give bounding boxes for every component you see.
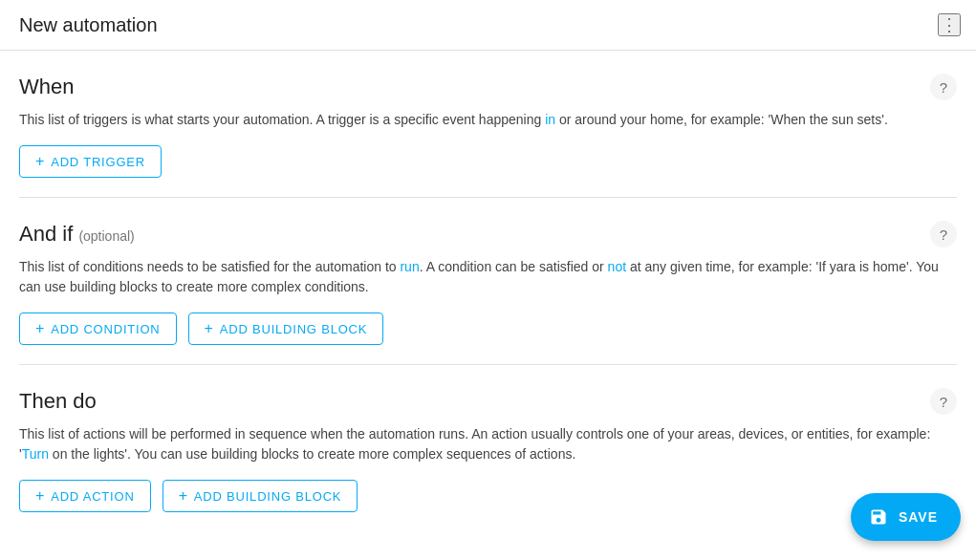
page-title: New automation: [19, 14, 158, 36]
and-if-section-desc: This list of conditions needs to be sati…: [19, 257, 957, 297]
add-trigger-label: ADD TRIGGER: [51, 155, 145, 169]
and-if-help-button[interactable]: ?: [930, 221, 957, 248]
and-if-optional-label: (optional): [78, 228, 134, 244]
add-building-block-condition-label: ADD BUILDING BLOCK: [220, 322, 368, 336]
save-icon: [868, 506, 889, 528]
when-button-row: + ADD TRIGGER: [19, 145, 957, 178]
then-do-section-header: Then do ?: [19, 388, 957, 415]
then-do-section-title: Then do: [19, 389, 97, 414]
add-action-plus-icon: +: [35, 488, 45, 504]
then-do-link-turn: Turn: [22, 446, 49, 462]
add-building-block-action-label: ADD BUILDING BLOCK: [194, 489, 342, 504]
add-building-block-action-button[interactable]: + ADD BUILDING BLOCK: [163, 480, 358, 512]
more-options-button[interactable]: ⋮: [938, 13, 961, 36]
and-if-section-header: And if (optional) ?: [19, 221, 957, 248]
add-building-block-action-plus-icon: +: [179, 488, 188, 504]
and-if-link-run: run: [400, 259, 419, 274]
add-trigger-plus-icon: +: [35, 154, 45, 169]
add-building-block-condition-button[interactable]: + ADD BUILDING BLOCK: [188, 312, 384, 345]
add-condition-label: ADD CONDITION: [51, 322, 160, 336]
save-label: SAVE: [899, 509, 938, 525]
save-button[interactable]: SAVE: [851, 493, 961, 541]
when-section-title: When: [19, 75, 74, 99]
add-condition-plus-icon: +: [35, 321, 45, 336]
and-if-section: And if (optional) ? This list of conditi…: [19, 198, 957, 365]
app-header: New automation ⋮: [0, 0, 976, 51]
then-do-help-button[interactable]: ?: [930, 388, 957, 415]
when-section-header: When ?: [19, 74, 957, 100]
add-action-label: ADD ACTION: [51, 489, 134, 504]
when-section: When ? This list of triggers is what sta…: [19, 51, 957, 198]
main-content: When ? This list of triggers is what sta…: [0, 51, 976, 557]
then-do-section: Then do ? This list of actions will be p…: [19, 365, 957, 531]
then-do-section-desc: This list of actions will be performed i…: [19, 424, 957, 464]
then-do-button-row: + ADD ACTION + ADD BUILDING BLOCK: [19, 480, 957, 512]
and-if-section-title: And if (optional): [19, 222, 135, 247]
add-trigger-button[interactable]: + ADD TRIGGER: [19, 145, 162, 178]
add-building-block-condition-plus-icon: +: [205, 321, 214, 336]
when-section-desc: This list of triggers is what starts you…: [19, 110, 957, 130]
and-if-button-row: + ADD CONDITION + ADD BUILDING BLOCK: [19, 312, 957, 345]
add-condition-button[interactable]: + ADD CONDITION: [19, 312, 177, 345]
add-action-button[interactable]: + ADD ACTION: [19, 480, 151, 512]
when-help-button[interactable]: ?: [930, 74, 957, 100]
and-if-link-not: not: [608, 259, 626, 274]
when-link-in: in: [545, 112, 555, 127]
